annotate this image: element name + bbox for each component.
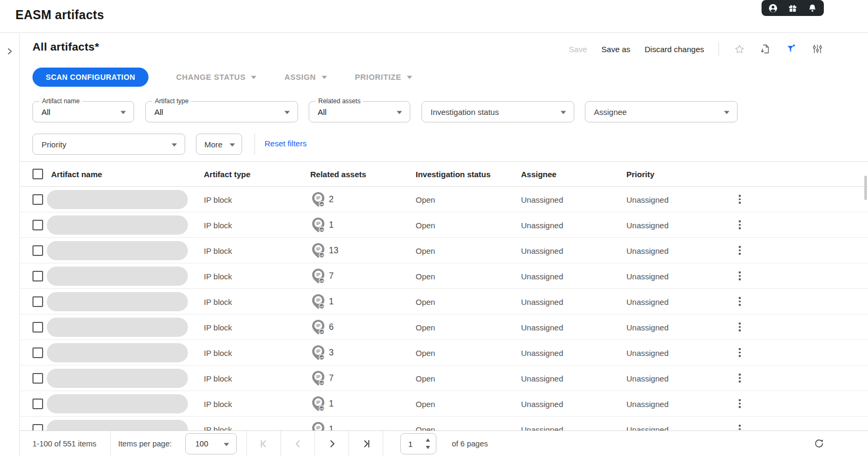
investigation-status-cell: Open (416, 348, 435, 357)
first-page-icon[interactable] (247, 431, 281, 456)
discard-changes-button[interactable]: Discard changes (644, 45, 704, 54)
refresh-icon[interactable] (813, 438, 825, 450)
related-assets-cell[interactable]: IP v4 3 (312, 345, 334, 360)
table-row: IP block IP v4 3 Open Unassigned Unassig… (20, 340, 868, 366)
column-header-investigation-status[interactable]: Investigation status (416, 170, 491, 179)
artifact-name-redacted[interactable] (47, 190, 188, 209)
related-assets-cell[interactable]: IP v4 7 (312, 370, 334, 386)
investigation-status-cell: Open (416, 271, 435, 280)
artifact-name-redacted[interactable] (47, 241, 188, 260)
assign-button[interactable]: ASSIGN (284, 73, 327, 81)
column-header-artifact-type[interactable]: Artifact type (204, 170, 251, 179)
row-checkbox[interactable] (32, 322, 43, 333)
artifact-name-redacted[interactable] (47, 292, 188, 311)
related-assets-cell[interactable]: IP v4 2 (312, 192, 334, 207)
last-page-icon[interactable] (349, 431, 383, 456)
artifact-type-cell: IP block (204, 348, 232, 357)
column-header-related-assets[interactable]: Related assets (310, 170, 366, 179)
related-assets-cell[interactable]: IP v4 13 (312, 243, 338, 258)
row-menu-kebab-icon[interactable] (735, 372, 744, 384)
column-header-assignee[interactable]: Assignee (521, 170, 557, 179)
column-header-priority[interactable]: Priority (626, 170, 655, 179)
reset-filters-link[interactable]: Reset filters (264, 139, 307, 148)
priority-cell: Unassigned (626, 425, 668, 430)
items-per-page-select[interactable]: 100 (185, 433, 237, 454)
artifact-name-redacted[interactable] (47, 343, 188, 362)
row-menu-kebab-icon[interactable] (735, 424, 744, 431)
column-header-artifact-name[interactable]: Artifact name (51, 170, 102, 179)
artifact-name-redacted[interactable] (47, 267, 188, 286)
row-menu-kebab-icon[interactable] (735, 219, 744, 231)
row-checkbox[interactable] (32, 245, 43, 256)
svg-text:IP: IP (316, 221, 320, 226)
related-assets-cell[interactable]: IP v4 1 (312, 294, 334, 309)
row-checkbox[interactable] (32, 373, 43, 384)
svg-text:v4: v4 (320, 355, 324, 359)
previous-page-icon[interactable] (281, 431, 315, 456)
artifact-type-filter[interactable]: Artifact type All (145, 101, 298, 122)
page-increment-button[interactable] (425, 437, 431, 443)
row-checkbox[interactable] (32, 296, 43, 307)
prioritize-button[interactable]: PRIORITIZE (355, 73, 412, 81)
row-checkbox[interactable] (32, 194, 43, 205)
artifact-name-redacted[interactable] (47, 318, 188, 337)
row-menu-kebab-icon[interactable] (735, 296, 744, 308)
row-checkbox[interactable] (32, 399, 43, 409)
row-checkbox[interactable] (32, 424, 43, 431)
related-assets-cell[interactable]: IP v4 1 (312, 421, 334, 430)
scrollbar-thumb[interactable] (864, 176, 867, 200)
save-as-button[interactable]: Save as (601, 45, 630, 54)
investigation-status-filter[interactable]: Investigation status (421, 101, 574, 122)
page-decrement-button[interactable] (425, 445, 431, 450)
row-menu-kebab-icon[interactable] (735, 321, 744, 333)
artifact-type-cell: IP block (204, 195, 232, 204)
row-menu-kebab-icon[interactable] (735, 194, 744, 205)
table-settings-icon[interactable] (812, 43, 823, 55)
export-icon[interactable] (759, 43, 771, 55)
row-checkbox[interactable] (32, 220, 43, 230)
filter-icon[interactable] (786, 43, 797, 55)
artifact-type-cell: IP block (204, 220, 232, 229)
artifact-name-redacted[interactable] (47, 394, 188, 413)
artifact-name-redacted[interactable] (47, 369, 188, 388)
artifact-name-redacted[interactable] (47, 420, 188, 430)
related-assets-count: 13 (329, 246, 338, 255)
user-icon[interactable] (767, 2, 779, 14)
assignee-cell: Unassigned (521, 297, 563, 306)
save-button[interactable]: Save (569, 45, 587, 54)
assignee-filter[interactable]: Assignee (585, 101, 738, 122)
table-row: IP block IP v4 1 Open Unassigned Unassig… (20, 212, 868, 238)
row-checkbox[interactable] (32, 271, 43, 281)
related-assets-cell[interactable]: IP v4 1 (312, 217, 334, 233)
related-assets-cell[interactable]: IP v4 7 (312, 268, 334, 284)
svg-text:v4: v4 (320, 407, 324, 410)
gift-icon[interactable] (787, 2, 799, 14)
scan-configuration-button[interactable]: SCAN CONFIGURATION (32, 68, 148, 87)
star-icon[interactable] (733, 43, 745, 55)
change-status-button[interactable]: CHANGE STATUS (176, 73, 257, 81)
related-assets-cell[interactable]: IP v4 6 (312, 319, 334, 335)
expand-panel-chevron-right-icon[interactable] (6, 47, 14, 456)
row-checkbox[interactable] (32, 347, 43, 358)
bell-icon[interactable] (807, 2, 819, 14)
page-number-field[interactable] (408, 434, 422, 454)
page-number-input[interactable] (400, 433, 436, 454)
artifact-name-redacted[interactable] (47, 215, 188, 235)
row-menu-kebab-icon[interactable] (735, 347, 744, 359)
artifact-type-cell: IP block (204, 425, 232, 430)
svg-text:IP: IP (316, 246, 320, 251)
caret-down-icon (171, 139, 177, 149)
row-menu-kebab-icon[interactable] (735, 270, 744, 282)
priority-filter[interactable]: Priority (32, 134, 185, 155)
related-assets-filter[interactable]: Related assets All (309, 101, 410, 122)
row-menu-kebab-icon[interactable] (735, 245, 744, 256)
related-assets-cell[interactable]: IP v4 1 (312, 396, 334, 411)
assignee-cell: Unassigned (521, 374, 563, 383)
next-page-icon[interactable] (315, 431, 349, 456)
ip-pin-icon: IP v4 (312, 294, 325, 309)
select-all-checkbox[interactable] (32, 169, 43, 179)
artifact-name-filter[interactable]: Artifact name All (32, 101, 134, 122)
table-row: IP block IP v4 6 Open Unassigned Unassig… (20, 314, 868, 340)
more-filters-button[interactable]: More (196, 134, 242, 155)
row-menu-kebab-icon[interactable] (735, 398, 744, 410)
